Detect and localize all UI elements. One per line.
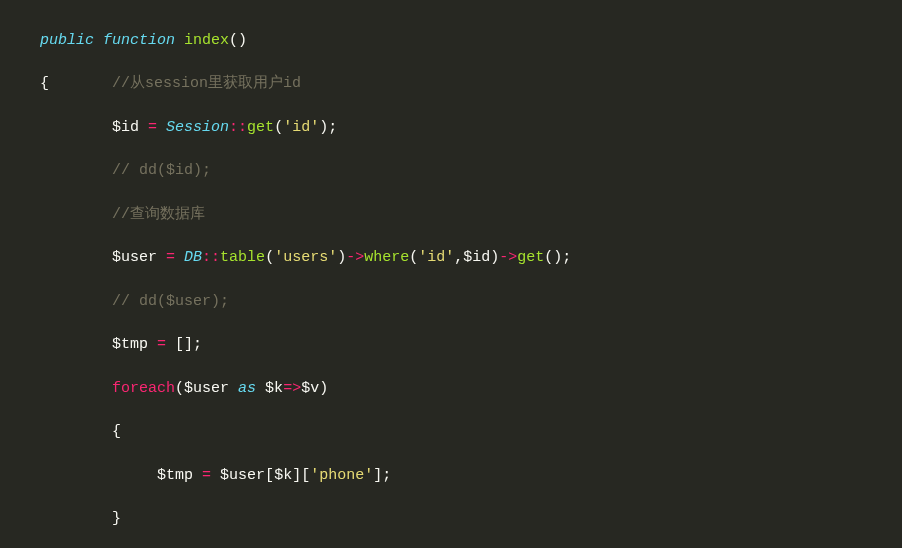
code-line: // dd($user); [40, 291, 902, 313]
bracket-close: ]; [373, 467, 391, 484]
method: get [517, 249, 544, 266]
keyword-public: public [40, 32, 94, 49]
code-line: { [40, 421, 902, 443]
paren-close: (); [544, 249, 571, 266]
code-line: } [40, 508, 902, 530]
brace-open: { [112, 423, 121, 440]
paren: ( [175, 380, 184, 397]
variable: $user [220, 467, 265, 484]
brace-close: } [112, 510, 121, 527]
code-block: public function index() { //从session里获取用… [0, 0, 902, 548]
variable: $k [265, 380, 283, 397]
paren: ) [319, 380, 328, 397]
comment: // dd($user); [112, 293, 229, 310]
code-line: public function index() [40, 30, 902, 52]
parens: () [229, 32, 247, 49]
paren: ) [337, 249, 346, 266]
string: 'id' [283, 119, 319, 136]
keyword-as: as [238, 380, 256, 397]
variable: $v [301, 380, 319, 397]
code-line: foreach($user as $k=>$v) [40, 378, 902, 400]
comma: , [454, 249, 463, 266]
variable: $tmp [157, 467, 193, 484]
paren: ( [274, 119, 283, 136]
comment: //从session里获取用户id [112, 75, 301, 92]
code-line: $tmp = []; [40, 334, 902, 356]
function-name: index [184, 32, 229, 49]
string: 'users' [274, 249, 337, 266]
bracket: ][ [292, 467, 310, 484]
paren: ) [490, 249, 499, 266]
paren: ( [265, 249, 274, 266]
variable: $id [112, 119, 139, 136]
keyword-foreach: foreach [112, 380, 175, 397]
code-line: $id = Session::get('id'); [40, 117, 902, 139]
string: 'id' [418, 249, 454, 266]
operator: :: [229, 119, 247, 136]
paren-close: ); [319, 119, 337, 136]
variable: $id [463, 249, 490, 266]
code-line: $user = DB::table('users')->where('id',$… [40, 247, 902, 269]
array-literal: []; [175, 336, 202, 353]
operator: -> [346, 249, 364, 266]
method: get [247, 119, 274, 136]
string: 'phone' [310, 467, 373, 484]
method: table [220, 249, 265, 266]
comment: //查询数据库 [112, 206, 205, 223]
bracket: [ [265, 467, 274, 484]
paren: ( [409, 249, 418, 266]
code-line: { //从session里获取用户id [40, 73, 902, 95]
variable: $tmp [112, 336, 148, 353]
variable: $user [112, 249, 157, 266]
method: where [364, 249, 409, 266]
comment: // dd($id); [112, 162, 211, 179]
variable: $user [184, 380, 229, 397]
operator: = [148, 119, 157, 136]
code-line: //查询数据库 [40, 204, 902, 226]
variable: $k [274, 467, 292, 484]
class-name: Session [166, 119, 229, 136]
operator: -> [499, 249, 517, 266]
operator: = [157, 336, 166, 353]
brace-open: { [40, 75, 49, 92]
class-name: DB [184, 249, 202, 266]
keyword-function: function [103, 32, 175, 49]
code-line: $tmp = $user[$k]['phone']; [40, 465, 902, 487]
code-line: // dd($id); [40, 160, 902, 182]
operator: = [166, 249, 175, 266]
operator: = [202, 467, 211, 484]
operator: :: [202, 249, 220, 266]
operator: => [283, 380, 301, 397]
